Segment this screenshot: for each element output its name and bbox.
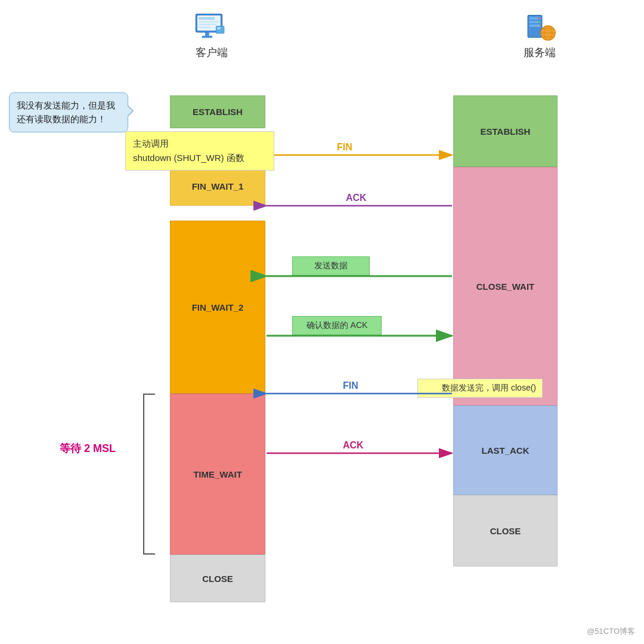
fin1-label: FIN bbox=[337, 142, 352, 152]
svg-rect-2 bbox=[199, 17, 215, 20]
watermark: @51CTO博客 bbox=[587, 626, 635, 637]
speech-bubble-text: 我没有发送能力，但是我还有读取数据的能力！ bbox=[17, 100, 115, 124]
server-icon-area: 服务端 bbox=[513, 12, 566, 60]
svg-rect-5 bbox=[199, 26, 210, 28]
speech-bubble: 我没有发送能力，但是我还有读取数据的能力！ bbox=[9, 92, 128, 132]
svg-rect-8 bbox=[216, 26, 224, 33]
wait-msl-label: 等待 2 MSL bbox=[60, 441, 116, 456]
server-icon bbox=[521, 12, 559, 42]
fin2-label: FIN bbox=[343, 380, 358, 391]
server-establish-block: ESTABLISH bbox=[453, 95, 558, 167]
client-label: 客户端 bbox=[196, 45, 228, 60]
server-close-block: CLOSE bbox=[453, 495, 558, 566]
client-establish-block: ESTABLISH bbox=[170, 95, 265, 128]
shutdown-line2: shutdown (SHUT_WR) 函数 bbox=[133, 153, 244, 163]
shutdown-line1: 主动调用 bbox=[133, 138, 169, 148]
client-icon-area: 客户端 bbox=[185, 12, 239, 60]
client-time-wait-block: TIME_WAIT bbox=[170, 394, 265, 555]
data-ack-box: 确认数据的 ACK bbox=[292, 316, 382, 335]
data-send-box: 发送数据 bbox=[292, 256, 370, 275]
server-label: 服务端 bbox=[524, 45, 556, 60]
svg-rect-9 bbox=[217, 27, 220, 29]
diagram-container: 客户端 服务端 我没有发送能力，但是我还有读取数据的能力！ 主动调用 shutd… bbox=[0, 0, 644, 644]
ack1-label: ACK bbox=[346, 193, 367, 203]
time-wait-bracket bbox=[143, 394, 155, 555]
client-fin-wait-1-block: FIN_WAIT_1 bbox=[170, 167, 265, 206]
close-call-box: 数据发送完，调用 close() bbox=[417, 379, 543, 398]
client-fin-wait-2-block: FIN_WAIT_2 bbox=[170, 221, 265, 394]
svg-rect-7 bbox=[202, 36, 212, 38]
server-last-ack-block: LAST_ACK bbox=[453, 405, 558, 495]
svg-point-16 bbox=[538, 25, 540, 27]
svg-rect-4 bbox=[199, 24, 217, 26]
server-close-wait-block: CLOSE_WAIT bbox=[453, 167, 558, 405]
svg-rect-3 bbox=[199, 21, 219, 23]
shutdown-box: 主动调用 shutdown (SHUT_WR) 函数 bbox=[125, 131, 274, 171]
svg-point-15 bbox=[538, 21, 540, 23]
client-close-block: CLOSE bbox=[170, 555, 265, 602]
svg-rect-6 bbox=[205, 32, 209, 36]
ack2-label: ACK bbox=[343, 440, 364, 450]
svg-point-14 bbox=[538, 18, 540, 20]
client-computer-icon bbox=[190, 12, 234, 42]
